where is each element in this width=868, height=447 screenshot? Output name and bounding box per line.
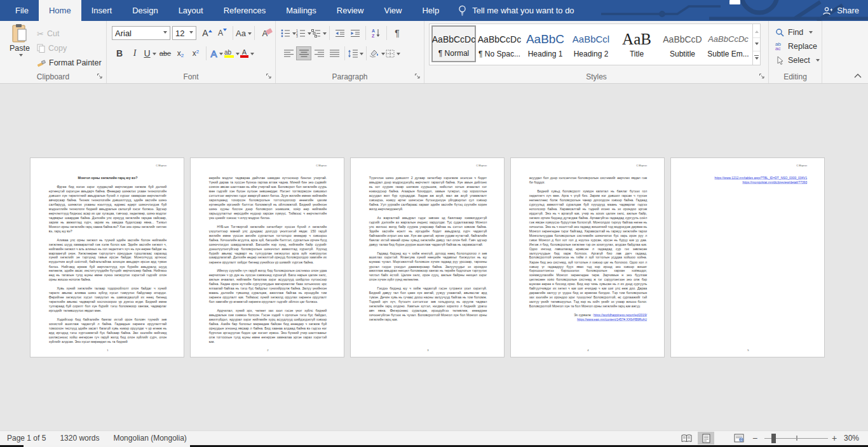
text-effects-button[interactable]: A xyxy=(209,46,224,60)
align-left-button[interactable] xyxy=(281,46,296,60)
styles-scroll-up-button[interactable] xyxy=(753,24,760,38)
strikethrough-button[interactable]: abe xyxy=(158,46,173,60)
align-left-icon xyxy=(284,50,294,57)
subscript-button[interactable]: x2 xyxy=(173,46,188,60)
font-family-combobox[interactable]: Arial xyxy=(112,26,170,40)
ribbon-tab-insert[interactable]: Insert xyxy=(81,0,123,21)
bold-button[interactable]: B xyxy=(112,46,127,60)
styles-more-button[interactable] xyxy=(753,51,760,65)
multilevel-list-button[interactable] xyxy=(311,26,327,40)
decrease-indent-button[interactable] xyxy=(332,26,348,40)
shrink-font-button[interactable]: A xyxy=(215,26,230,40)
clear-formatting-button[interactable]: A xyxy=(257,26,273,40)
style-item-h1[interactable]: AaBbC Heading 1 xyxy=(523,25,567,62)
sort-icon: A Z xyxy=(372,29,381,37)
format-painter-button[interactable]: Format Painter xyxy=(37,56,102,70)
font-color-button[interactable]: A xyxy=(240,46,255,60)
paragraph: Хэдийгээр бид байгалийн баялаг ихтэй оро… xyxy=(49,317,166,344)
italic-button[interactable]: I xyxy=(127,46,142,60)
style-item-h2[interactable]: AaBbCcl Heading 2 xyxy=(569,25,613,62)
paste-dropdown-arrow[interactable] xyxy=(19,54,23,58)
document-page[interactable]: С.Мэргэн Түүнчлэн шинэ дэвшилт 2 дугаар … xyxy=(350,157,505,357)
ribbon-tab-help[interactable]: Help xyxy=(412,0,449,21)
share-button[interactable]: Share xyxy=(822,0,859,21)
word-count[interactable]: 1320 words xyxy=(60,434,99,443)
align-right-button[interactable] xyxy=(311,46,327,60)
hyperlink[interactable]: https://www.eap.mn/content/1457#.XX6rFB9… xyxy=(577,317,647,321)
replace-icon: abac xyxy=(775,42,784,51)
style-item-nospace[interactable]: AaBbCcDc ¶ No Spac... xyxy=(477,25,522,62)
style-item-normal[interactable]: AaBbCcDc ¶ Normal xyxy=(431,25,476,62)
paragraph: Бидний хувьд боловсролт хүмүүн капитал н… xyxy=(529,189,647,309)
ribbon-tab-design[interactable]: Design xyxy=(122,0,168,21)
font-size-value: 12 xyxy=(175,29,184,38)
zoom-slider-thumb[interactable] xyxy=(771,434,776,443)
document-page[interactable]: С.Мэргэн асуудал бол дээр хэлсэнчлэн бол… xyxy=(510,157,665,357)
sort-button[interactable]: A Z xyxy=(369,26,384,40)
replace-button[interactable]: abac Replace xyxy=(775,39,820,53)
paragraph-dialog-launcher[interactable] xyxy=(414,73,421,80)
underline-button[interactable]: U xyxy=(142,46,158,60)
ribbon-tab-references[interactable]: References xyxy=(214,0,276,21)
hyperlink[interactable]: https://www.1212.mn/tables.aspx?TBL_ID=D… xyxy=(715,177,808,180)
ribbon-tab-home[interactable]: Home xyxy=(39,0,81,21)
page-header: С.Мэргэн xyxy=(49,164,166,168)
print-layout-button[interactable] xyxy=(698,432,714,444)
share-label: Share xyxy=(837,6,859,15)
ribbon-tab-view[interactable]: View xyxy=(374,0,412,21)
style-item-subtitle[interactable]: AaBbCcD Subtitle xyxy=(660,25,705,62)
align-center-button[interactable] xyxy=(296,46,311,60)
borders-button[interactable] xyxy=(385,46,400,60)
ribbon-tab-file[interactable]: File xyxy=(5,0,39,21)
style-item-title[interactable]: AaB Title xyxy=(614,25,659,62)
ribbon-tab-layout[interactable]: Layout xyxy=(168,0,214,21)
collapse-ribbon-button[interactable] xyxy=(854,74,862,78)
grow-font-button[interactable]: A xyxy=(200,26,215,40)
font-dialog-launcher[interactable] xyxy=(266,73,273,80)
zoom-out-button[interactable]: − xyxy=(752,431,757,445)
tell-me-box[interactable]: Tell me what you want to do xyxy=(449,0,583,21)
document-page[interactable]: С.Мэргэн өөрийн мэдлэг чадвараа дайчлан … xyxy=(190,157,344,357)
increase-indent-icon xyxy=(350,29,360,37)
ribbon-tab-mailings[interactable]: Mailings xyxy=(276,0,327,21)
paste-button[interactable]: Paste xyxy=(5,23,34,70)
highlight-icon: ab xyxy=(224,50,234,58)
select-icon xyxy=(775,56,784,65)
hyperlink[interactable]: https://mongolstat.mn/dic/preview/detail… xyxy=(742,181,807,184)
superscript-button[interactable]: x2 xyxy=(188,46,203,60)
ribbon-tab-review[interactable]: Review xyxy=(327,0,374,21)
style-item-subtle[interactable]: AaBbCcDc Subtle Em... xyxy=(706,25,750,62)
change-case-button[interactable]: Aa xyxy=(236,26,252,40)
font-size-combobox[interactable]: 12 xyxy=(172,26,196,40)
document-area[interactable]: С.Мэргэн Монгол орны хөгжлийн гарц юу вэ… xyxy=(0,84,868,430)
numbering-button[interactable]: 1 2 3 xyxy=(296,26,311,40)
styles-scroll-down-button[interactable] xyxy=(753,38,760,52)
cut-button[interactable]: ✂ Cut xyxy=(37,27,102,41)
copy-label: Copy xyxy=(48,44,67,53)
clipboard-dialog-launcher[interactable] xyxy=(97,73,104,80)
page-number: 1 xyxy=(31,349,184,352)
zoom-in-button[interactable]: + xyxy=(832,431,837,445)
replace-label: Replace xyxy=(788,42,817,51)
read-mode-button[interactable] xyxy=(678,432,695,444)
web-layout-button[interactable] xyxy=(731,432,747,444)
language-indicator[interactable]: Mongolian (Mongolia) xyxy=(113,434,186,443)
select-button[interactable]: Select xyxy=(775,53,820,67)
document-page[interactable]: С.Мэргэн https://www.1212.mn/tables.aspx… xyxy=(670,157,825,357)
increase-indent-button[interactable] xyxy=(348,26,363,40)
shading-button[interactable] xyxy=(369,46,385,60)
line-spacing-button[interactable] xyxy=(348,46,363,60)
bullets-button[interactable] xyxy=(281,26,296,40)
page-indicator[interactable]: Page 1 of 5 xyxy=(7,434,46,443)
copy-button[interactable]: Copy xyxy=(37,41,102,55)
hyperlink[interactable]: https://worldhappiness.report/ed/2019/ xyxy=(593,313,647,316)
show-formatting-button[interactable]: ¶ xyxy=(390,26,405,40)
highlight-button[interactable]: ab xyxy=(224,46,240,60)
styles-dialog-launcher[interactable] xyxy=(759,73,766,80)
find-button[interactable]: Find xyxy=(775,25,820,39)
zoom-slider-tick xyxy=(796,436,797,441)
justify-button[interactable] xyxy=(327,46,342,60)
zoom-level[interactable]: 30% xyxy=(844,431,859,445)
cut-label: Cut xyxy=(47,29,59,38)
document-page[interactable]: С.Мэргэн Монгол орны хөгжлийн гарц юу вэ… xyxy=(30,157,184,357)
